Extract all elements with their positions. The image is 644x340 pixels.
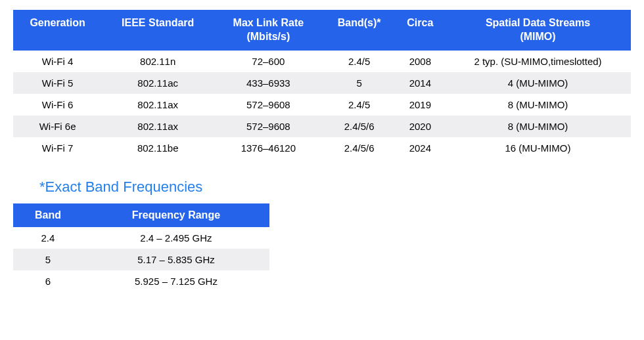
cell-circa: 2020 [396, 116, 445, 137]
table-header-row: Band Frequency Range [13, 203, 269, 227]
cell-linkrate: 1376–46120 [214, 137, 323, 159]
cell-mimo: 16 (MU-MIMO) [445, 137, 631, 159]
cell-linkrate: 572–9608 [214, 116, 323, 137]
cell-circa: 2008 [396, 51, 445, 72]
cell-band: 2.4 [13, 227, 83, 249]
col-generation: Generation [13, 10, 102, 51]
cell-ieee: 802.11ax [102, 94, 214, 116]
col-ieee-standard: IEEE Standard [102, 10, 214, 51]
cell-generation: Wi-Fi 4 [13, 51, 102, 72]
cell-ieee: 802.11ac [102, 72, 214, 94]
table-header-row: Generation IEEE Standard Max Link Rate(M… [13, 10, 631, 51]
col-band: Band [13, 203, 83, 227]
table-row: Wi-Fi 6 802.11ax 572–9608 2.4/5 2019 8 (… [13, 94, 631, 116]
table-row: Wi-Fi 5 802.11ac 433–6933 5 2014 4 (MU-M… [13, 72, 631, 94]
cell-generation: Wi-Fi 6e [13, 116, 102, 137]
cell-bands: 2.4/5/6 [323, 137, 396, 159]
wifi-generations-table: Generation IEEE Standard Max Link Rate(M… [13, 10, 631, 159]
cell-circa: 2014 [396, 72, 445, 94]
cell-ieee: 802.11be [102, 137, 214, 159]
cell-linkrate: 433–6933 [214, 72, 323, 94]
cell-linkrate: 572–9608 [214, 94, 323, 116]
cell-bands: 2.4/5 [323, 94, 396, 116]
col-max-link-rate: Max Link Rate(Mbits/s) [214, 10, 323, 51]
cell-ieee: 802.11n [102, 51, 214, 72]
cell-bands: 5 [323, 72, 396, 94]
cell-band: 6 [13, 270, 83, 292]
band-frequencies-title: *Exact Band Frequencies [39, 179, 631, 196]
cell-bands: 2.4/5 [323, 51, 396, 72]
col-spatial-streams: Spatial Data Streams(MIMO) [445, 10, 631, 51]
col-circa: Circa [396, 10, 445, 51]
cell-bands: 2.4/5/6 [323, 116, 396, 137]
cell-frequency: 2.4 – 2.495 GHz [83, 227, 269, 249]
cell-frequency: 5.925 – 7.125 GHz [83, 270, 269, 292]
cell-generation: Wi-Fi 6 [13, 94, 102, 116]
table-row: Wi-Fi 6e 802.11ax 572–9608 2.4/5/6 2020 … [13, 116, 631, 137]
cell-ieee: 802.11ax [102, 116, 214, 137]
cell-band: 5 [13, 249, 83, 270]
cell-mimo: 4 (MU-MIMO) [445, 72, 631, 94]
cell-circa: 2024 [396, 137, 445, 159]
cell-mimo: 2 typ. (SU-MIMO,timeslotted) [445, 51, 631, 72]
table-row: Wi-Fi 7 802.11be 1376–46120 2.4/5/6 2024… [13, 137, 631, 159]
cell-generation: Wi-Fi 5 [13, 72, 102, 94]
table-row: 2.4 2.4 – 2.495 GHz [13, 227, 269, 249]
table-row: 5 5.17 – 5.835 GHz [13, 249, 269, 270]
cell-mimo: 8 (MU-MIMO) [445, 94, 631, 116]
cell-generation: Wi-Fi 7 [13, 137, 102, 159]
col-bands: Band(s)* [323, 10, 396, 51]
band-frequencies-table: Band Frequency Range 2.4 2.4 – 2.495 GHz… [13, 203, 269, 292]
table-row: Wi-Fi 4 802.11n 72–600 2.4/5 2008 2 typ.… [13, 51, 631, 72]
cell-circa: 2019 [396, 94, 445, 116]
col-frequency-range: Frequency Range [83, 203, 269, 227]
cell-mimo: 8 (MU-MIMO) [445, 116, 631, 137]
cell-linkrate: 72–600 [214, 51, 323, 72]
table-row: 6 5.925 – 7.125 GHz [13, 270, 269, 292]
cell-frequency: 5.17 – 5.835 GHz [83, 249, 269, 270]
